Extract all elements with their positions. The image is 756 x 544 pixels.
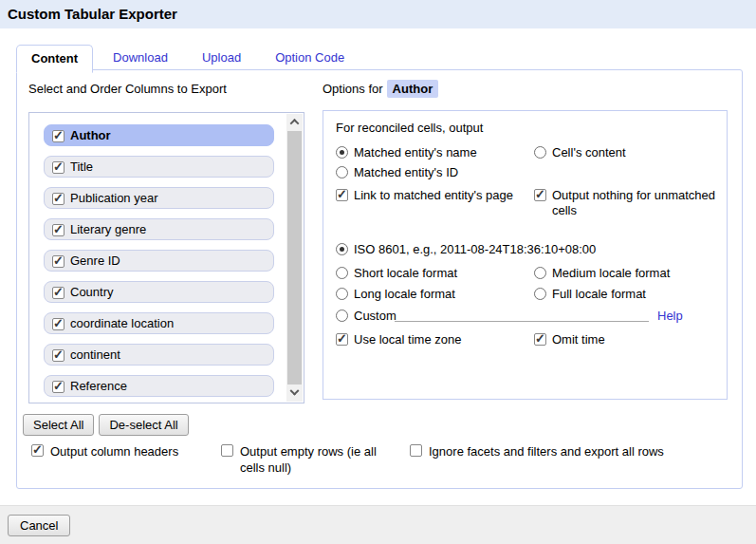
column-options-box: For reconciled cells, output Matched ent…: [323, 110, 728, 400]
selected-column-badge: Author: [387, 80, 439, 98]
chevron-up-icon: [290, 119, 300, 128]
checkbox-icon[interactable]: [31, 444, 44, 457]
column-label: Literary genre: [70, 222, 146, 236]
checkbox-ignore-facets[interactable]: Ignore facets and filters and export all…: [410, 443, 664, 460]
list-item-title[interactable]: Title: [44, 156, 274, 178]
radio-icon[interactable]: [534, 267, 546, 279]
checkbox-icon[interactable]: [336, 333, 348, 346]
tab-upload[interactable]: Upload: [188, 45, 255, 73]
chevron-down-icon: [290, 386, 300, 396]
radio-icon[interactable]: [336, 243, 348, 255]
radio-icon[interactable]: [336, 310, 348, 322]
column-label: Reference: [70, 379, 127, 393]
radio-icon[interactable]: [534, 146, 546, 159]
column-label: Title: [70, 159, 93, 174]
scrollbar-thumb[interactable]: [287, 131, 302, 385]
scroll-up-button[interactable]: [286, 114, 303, 130]
radio-medium-locale[interactable]: Medium locale format: [534, 266, 670, 281]
checkbox-icon[interactable]: [410, 444, 422, 457]
checkbox-icon[interactable]: [221, 444, 233, 457]
checkbox-output-nothing-unmatched[interactable]: Output nothing for unmatched cells: [534, 188, 737, 218]
column-label: Country: [70, 285, 114, 299]
column-label: coordinate location: [70, 316, 174, 330]
column-checkbox[interactable]: [52, 161, 65, 174]
reconciled-heading: For reconciled cells, output: [336, 121, 483, 135]
list-scrollbar[interactable]: [286, 114, 303, 402]
dialog-footer: Cancel: [0, 505, 756, 544]
list-item-genre-id[interactable]: Genre ID: [44, 250, 274, 272]
column-checkbox[interactable]: [52, 130, 65, 142]
column-label: Genre ID: [70, 253, 120, 268]
radio-icon[interactable]: [336, 267, 348, 279]
list-item-country[interactable]: Country: [44, 281, 274, 303]
list-item-continent[interactable]: continent: [44, 344, 274, 366]
radio-icon[interactable]: [336, 166, 348, 178]
column-list: Author Title Publication year Literary g…: [28, 112, 304, 403]
column-checkbox[interactable]: [52, 349, 65, 362]
tab-bar: Content Download Upload Option Code: [16, 45, 359, 73]
custom-date-format-input[interactable]: [395, 307, 649, 322]
dialog-title-bar: Custom Tabular Exporter: [0, 0, 756, 28]
radio-cells-content[interactable]: Cell's content: [534, 145, 626, 160]
options-heading: Options forAuthor: [323, 82, 438, 96]
options-heading-prefix: Options for: [323, 82, 383, 96]
radio-short-locale[interactable]: Short locale format: [336, 266, 457, 281]
deselect-all-button[interactable]: De-select All: [99, 414, 188, 436]
scroll-down-button[interactable]: [286, 385, 303, 402]
list-item-literary-genre[interactable]: Literary genre: [44, 218, 274, 240]
tab-content[interactable]: Content: [16, 45, 93, 73]
column-checkbox[interactable]: [52, 255, 65, 268]
page-title: Custom Tabular Exporter: [0, 0, 756, 28]
column-label: Author: [70, 128, 111, 142]
checkbox-output-empty-rows[interactable]: Output empty rows (ie all cells null): [221, 443, 394, 476]
tab-option-code[interactable]: Option Code: [261, 45, 359, 73]
radio-icon[interactable]: [336, 146, 348, 159]
list-item-coordinate-location[interactable]: coordinate location: [44, 312, 274, 334]
radio-custom-format[interactable]: Custom: [336, 309, 396, 324]
help-link[interactable]: Help: [657, 309, 683, 323]
column-label: Publication year: [70, 191, 158, 205]
list-buttons: Select All De-select All: [23, 414, 189, 436]
column-checkbox[interactable]: [52, 318, 65, 330]
tab-download[interactable]: Download: [99, 45, 182, 73]
column-checkbox[interactable]: [52, 224, 65, 236]
radio-matched-entity-name[interactable]: Matched entity's name: [336, 145, 477, 160]
checkbox-link-matched-entity-page[interactable]: Link to matched entity's page: [336, 188, 513, 203]
checkbox-omit-time[interactable]: Omit time: [534, 332, 605, 347]
radio-full-locale[interactable]: Full locale format: [534, 287, 646, 302]
columns-heading: Select and Order Columns to Export: [28, 82, 227, 96]
radio-long-locale[interactable]: Long locale format: [336, 287, 455, 302]
custom-tabular-exporter-dialog: Custom Tabular Exporter Content Download…: [0, 0, 756, 544]
radio-icon[interactable]: [336, 288, 348, 300]
checkbox-use-local-time-zone[interactable]: Use local time zone: [336, 332, 461, 347]
list-item-publication-year[interactable]: Publication year: [44, 187, 274, 209]
radio-iso-8601[interactable]: ISO 8601, e.g., 2011-08-24T18:36:10+08:0…: [336, 242, 596, 257]
checkbox-icon[interactable]: [534, 189, 546, 201]
column-label: continent: [70, 347, 120, 362]
cancel-button[interactable]: Cancel: [8, 515, 70, 536]
checkbox-icon[interactable]: [336, 189, 348, 201]
column-list-items: Author Title Publication year Literary g…: [44, 124, 274, 403]
radio-icon[interactable]: [534, 288, 546, 300]
column-checkbox[interactable]: [52, 287, 65, 299]
column-checkbox[interactable]: [52, 193, 65, 205]
checkbox-icon[interactable]: [534, 333, 546, 346]
list-item-author[interactable]: Author: [44, 124, 274, 146]
radio-matched-entity-id[interactable]: Matched entity's ID: [336, 165, 458, 180]
checkbox-output-column-headers[interactable]: Output column headers: [31, 443, 178, 460]
select-all-button[interactable]: Select All: [23, 414, 94, 436]
list-item-reference[interactable]: Reference: [44, 375, 274, 397]
column-checkbox[interactable]: [52, 381, 65, 393]
